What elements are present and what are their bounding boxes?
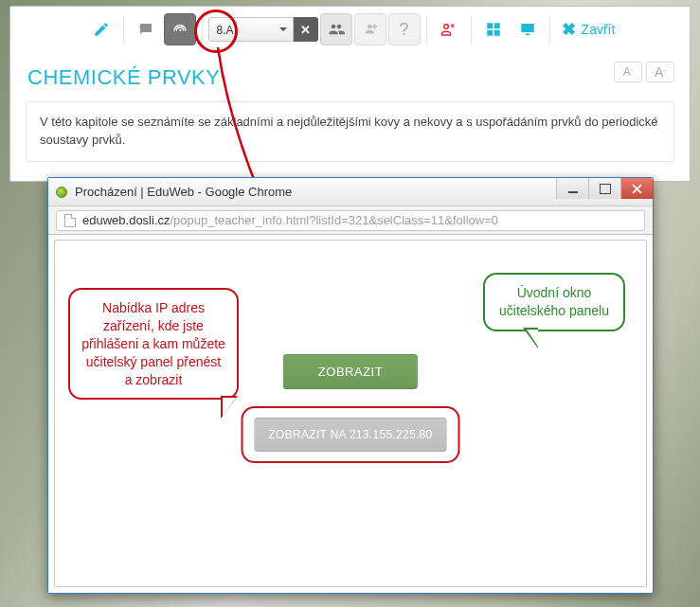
separator bbox=[123, 15, 124, 44]
window-maximize-button[interactable] bbox=[588, 178, 620, 199]
font-smaller-button[interactable]: Aˇ bbox=[614, 62, 642, 82]
window-close-button[interactable] bbox=[620, 178, 653, 199]
font-size-controls: Aˇ Aˆ bbox=[614, 62, 674, 82]
class-clear-button[interactable]: ✕ bbox=[294, 17, 318, 42]
layout-icon[interactable] bbox=[477, 13, 510, 45]
separator bbox=[202, 15, 203, 44]
help-icon[interactable]: ? bbox=[388, 13, 421, 45]
chat-icon[interactable] bbox=[130, 13, 162, 45]
class-dropdown[interactable]: 8.A bbox=[208, 17, 294, 42]
top-toolbar: 8.A ✕ ? ✖ Zavřít bbox=[10, 7, 690, 52]
ip-button-highlight: ZOBRAZIT NA 213.155.225.80 bbox=[241, 406, 459, 463]
pencil-icon[interactable] bbox=[85, 13, 117, 45]
popup-titlebar[interactable]: Procházení | EduWeb - Google Chrome bbox=[48, 178, 653, 206]
callout-tail-icon bbox=[221, 396, 238, 419]
broadcast-icon[interactable] bbox=[164, 13, 196, 45]
callout-ip-list: Nabídka IP adres zařízení, kde jste přih… bbox=[68, 288, 239, 400]
show-button[interactable]: ZOBRAZIT bbox=[283, 354, 418, 389]
callout-intro: Úvodní okno učitelského panelu bbox=[483, 273, 625, 331]
page-description: V této kapitole se seznámíte se základní… bbox=[26, 101, 674, 162]
window-minimize-button[interactable] bbox=[556, 178, 588, 199]
popup-content: ZOBRAZIT ZOBRAZIT NA 213.155.225.80 Nabí… bbox=[54, 240, 647, 587]
page-icon bbox=[64, 214, 76, 227]
assign-user-icon[interactable] bbox=[354, 13, 386, 45]
page-title: CHEMICKÉ PRVKY bbox=[10, 52, 690, 96]
callout-tail-icon bbox=[523, 328, 538, 348]
popup-window-title: Procházení | EduWeb - Google Chrome bbox=[75, 185, 292, 199]
remove-user-icon[interactable] bbox=[433, 13, 465, 45]
font-larger-button[interactable]: Aˆ bbox=[646, 62, 674, 82]
url-domain: eduweb.dosli.cz bbox=[82, 213, 171, 227]
separator bbox=[426, 15, 427, 44]
callout-ip-list-text: Nabídka IP adres zařízení, kde jste přih… bbox=[81, 300, 225, 387]
close-button[interactable]: ✖ Zavřít bbox=[562, 19, 616, 40]
main-panel: 8.A ✕ ? ✖ Zavřít CHEMICKÉ PRVKY Aˇ Aˆ V bbox=[9, 6, 691, 182]
separator bbox=[549, 15, 550, 44]
close-label: Zavřít bbox=[582, 22, 616, 37]
group-icon[interactable] bbox=[320, 13, 352, 45]
url-bar: eduweb.dosli.cz/popup_teacher_info.html?… bbox=[48, 206, 653, 235]
separator bbox=[471, 15, 472, 44]
url-field[interactable]: eduweb.dosli.cz/popup_teacher_info.html?… bbox=[56, 210, 645, 231]
callout-intro-text: Úvodní okno učitelského panelu bbox=[499, 285, 609, 318]
favicon-icon bbox=[56, 187, 67, 198]
class-selector[interactable]: 8.A ✕ bbox=[208, 13, 318, 45]
close-icon: ✖ bbox=[562, 19, 576, 40]
window-buttons bbox=[556, 178, 653, 199]
monitor-icon[interactable] bbox=[512, 13, 544, 45]
url-path: /popup_teacher_info.html?listId=321&selC… bbox=[171, 213, 499, 227]
popup-window: Procházení | EduWeb - Google Chrome eduw… bbox=[47, 177, 654, 594]
show-on-ip-button[interactable]: ZOBRAZIT NA 213.155.225.80 bbox=[254, 418, 446, 452]
